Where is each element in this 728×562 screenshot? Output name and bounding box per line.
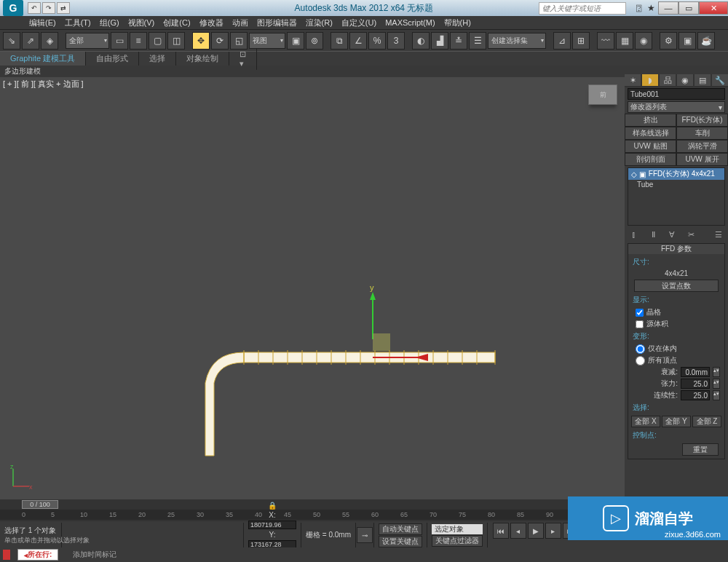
menu-modifiers[interactable]: 修改器 bbox=[197, 17, 226, 28]
close-button[interactable]: ✕ bbox=[699, 1, 728, 15]
timeline[interactable]: 0 / 100 0510 152025 303540 455055 606570… bbox=[0, 499, 625, 521]
menu-tools[interactable]: 工具(T) bbox=[62, 17, 94, 28]
viewport-front[interactable]: [ + ][ 前 ][ 真实 + 边面 ] 前 y bbox=[0, 77, 625, 499]
keyfilter-button[interactable]: 关键点过滤器 bbox=[432, 535, 483, 547]
time-ruler[interactable]: 0510 152025 303540 455055 606570 758085 … bbox=[0, 510, 625, 520]
move-tool-icon[interactable]: ✥ bbox=[192, 32, 210, 50]
ribbon-expand-icon[interactable]: ⊡ ▾ bbox=[229, 48, 257, 70]
sel-all-z[interactable]: 全部 Z bbox=[692, 416, 721, 427]
menu-edit[interactable]: 编辑(E) bbox=[26, 17, 59, 28]
configure-icon[interactable]: ☰ bbox=[713, 229, 724, 240]
unlink-tool-icon[interactable]: ⇗ bbox=[22, 32, 39, 50]
render-icon[interactable]: ☕ bbox=[697, 32, 715, 50]
app-menu-icon[interactable]: G bbox=[3, 0, 23, 16]
menu-render[interactable]: 渲染(R) bbox=[303, 17, 336, 28]
undo-icon[interactable]: ↶ bbox=[28, 2, 41, 14]
set-points-button[interactable]: 设置点数 bbox=[634, 280, 719, 292]
mod-btn-uvwmap[interactable]: UVW 贴图 bbox=[625, 140, 676, 153]
play-icon[interactable]: ▶ bbox=[528, 523, 544, 539]
align2-icon[interactable]: ⊞ bbox=[572, 32, 590, 50]
menu-view[interactable]: 视图(V) bbox=[125, 17, 158, 28]
percent-snap-icon[interactable]: % bbox=[368, 32, 386, 50]
spinner-snap-icon[interactable]: 3 bbox=[387, 32, 405, 50]
link-icon[interactable]: ⇄ bbox=[57, 2, 70, 14]
selection-filter-drop[interactable]: 全部 bbox=[66, 33, 109, 49]
mod-btn-lathe[interactable]: 车削 bbox=[676, 127, 728, 140]
source-checkbox[interactable]: 源体积 bbox=[628, 318, 724, 330]
setkey-button[interactable]: 设置关键点 bbox=[379, 536, 422, 547]
listener-button[interactable]: ◂ 所在行: bbox=[17, 549, 58, 561]
lattice-checkbox[interactable]: 晶格 bbox=[628, 306, 724, 318]
unique-icon[interactable]: ∀ bbox=[667, 229, 677, 240]
goto-start-icon[interactable]: ⏮ bbox=[493, 523, 509, 539]
mod-btn-spline[interactable]: 样条线选择 bbox=[625, 127, 676, 140]
menu-customize[interactable]: 自定义(U) bbox=[339, 17, 379, 28]
material-editor-icon[interactable]: ◉ bbox=[635, 32, 652, 50]
menu-maxscript[interactable]: MAXScript(M) bbox=[382, 18, 438, 27]
modify-tab-icon[interactable]: ◗ bbox=[642, 74, 658, 86]
key-mode-icon[interactable]: ⊸ bbox=[357, 527, 373, 543]
display-tab-icon[interactable]: ▤ bbox=[695, 74, 711, 86]
named-sel-icon[interactable]: ◐ bbox=[412, 32, 430, 50]
modifier-stack[interactable]: ◇ ▣ FFD(长方体) 4x4x21 Tube bbox=[628, 167, 725, 226]
manipulate-icon[interactable]: ⊚ bbox=[306, 32, 323, 50]
schematic-icon[interactable]: ▦ bbox=[616, 32, 633, 50]
minimize-button[interactable]: — bbox=[658, 1, 678, 15]
star-icon[interactable]: ★ bbox=[647, 3, 655, 13]
redo-icon[interactable]: ↷ bbox=[42, 2, 55, 14]
continuity-spinner[interactable]: 连续性: ▴▾ bbox=[628, 389, 724, 401]
motion-tab-icon[interactable]: ◉ bbox=[677, 74, 693, 86]
link-tool-icon[interactable]: ⇘ bbox=[3, 32, 20, 50]
align-icon[interactable]: ≛ bbox=[450, 32, 467, 50]
maximize-button[interactable]: ▭ bbox=[678, 1, 699, 15]
pin-stack-icon[interactable]: ⫿ bbox=[629, 229, 639, 240]
ribbon-panel-label[interactable]: 多边形建模 bbox=[0, 66, 728, 77]
menu-create[interactable]: 创建(C) bbox=[160, 17, 193, 28]
select-icon[interactable]: ▭ bbox=[111, 32, 128, 50]
prev-frame-icon[interactable]: ◂ bbox=[510, 523, 526, 539]
mod-btn-unwrap[interactable]: UVW 展开 bbox=[676, 153, 728, 166]
search-input[interactable] bbox=[539, 2, 626, 15]
next-frame-icon[interactable]: ▸ bbox=[545, 523, 561, 539]
remove-mod-icon[interactable]: ✂ bbox=[686, 229, 696, 240]
show-end-icon[interactable]: Ⅱ bbox=[648, 229, 658, 240]
ribbon-tab-paint[interactable]: 对象绘制 bbox=[176, 52, 229, 66]
radio-in-volume[interactable]: 仅在体内 bbox=[628, 343, 724, 355]
ribbon-tab-selection[interactable]: 选择 bbox=[139, 52, 176, 66]
hierarchy-tab-icon[interactable]: 品 bbox=[660, 74, 676, 86]
stack-item-tube[interactable]: Tube bbox=[628, 180, 724, 189]
menu-help[interactable]: 帮助(H) bbox=[441, 17, 474, 28]
menu-graph[interactable]: 图形编辑器 bbox=[254, 17, 300, 28]
falloff-spinner[interactable]: 衰减: ▴▾ bbox=[628, 366, 724, 378]
reset-button[interactable]: 重置 bbox=[682, 443, 719, 456]
stack-item-ffd[interactable]: ◇ ▣ FFD(长方体) 4x4x21 bbox=[628, 168, 724, 180]
infocenter-icon[interactable]: ⍰ bbox=[636, 3, 641, 13]
time-slider-handle[interactable]: 0 / 100 bbox=[22, 500, 58, 509]
mirror2-icon[interactable]: ⊿ bbox=[553, 32, 571, 50]
ribbon-tab-graphite[interactable]: Graphite 建模工具 bbox=[0, 52, 86, 66]
bind-space-icon[interactable]: ◈ bbox=[41, 32, 58, 50]
mod-btn-ffdbox[interactable]: FFD(长方体) bbox=[676, 114, 728, 127]
menu-animation[interactable]: 动画 bbox=[229, 17, 251, 28]
window-crossing-icon[interactable]: ◫ bbox=[167, 32, 185, 50]
script-rec-icon[interactable] bbox=[3, 550, 10, 560]
mirror-icon[interactable]: ▟ bbox=[431, 32, 448, 50]
create-tab-icon[interactable]: ✶ bbox=[625, 74, 641, 86]
mod-btn-turbo[interactable]: 涡轮平滑 bbox=[676, 140, 728, 153]
pivot-icon[interactable]: ▣ bbox=[287, 32, 304, 50]
radio-all-verts[interactable]: 所有顶点 bbox=[628, 355, 724, 366]
scale-tool-icon[interactable]: ◱ bbox=[230, 32, 248, 50]
utilities-tab-icon[interactable]: 🔧 bbox=[712, 74, 728, 86]
modifier-list-drop[interactable]: 修改器列表▾ bbox=[628, 101, 725, 113]
coord-x-input[interactable] bbox=[248, 521, 296, 529]
lock-icon[interactable]: 🔒 bbox=[268, 502, 277, 510]
sel-all-x[interactable]: 全部 X bbox=[631, 416, 660, 427]
layers-icon[interactable]: ☰ bbox=[469, 32, 486, 50]
curve-editor-icon[interactable]: 〰 bbox=[597, 32, 614, 50]
select-name-icon[interactable]: ≡ bbox=[130, 32, 147, 50]
selkey-drop[interactable]: 选定对象 bbox=[432, 524, 483, 534]
select-region-icon[interactable]: ▢ bbox=[149, 32, 166, 50]
render-frame-icon[interactable]: ▣ bbox=[678, 32, 696, 50]
mod-btn-extrude[interactable]: 挤出 bbox=[625, 114, 676, 127]
rotate-tool-icon[interactable]: ⟳ bbox=[211, 32, 229, 50]
